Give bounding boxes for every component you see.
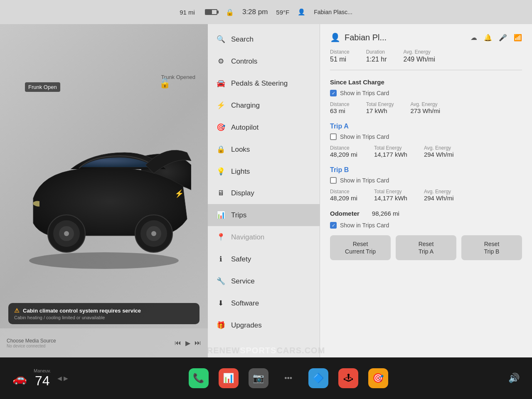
odometer-checkbox[interactable]: ✓ [330, 222, 337, 229]
battery-icon [205, 9, 217, 15]
safety-icon: ℹ [216, 255, 225, 264]
trip-b-show-trips[interactable]: Show in Trips Card [330, 177, 522, 184]
phone-icon-button[interactable]: 📞 [189, 368, 209, 388]
since-last-charge-data: Distance 63 mi Total Energy 17 kWh Avg. … [330, 101, 522, 114]
media-source: Choose Media Source [7, 338, 56, 344]
taskbar: 🚗 Maneuv. 74 ◀ ▶ 📞 📊 📷 ••• 🔷 🕹 🎯 🔊 [0, 357, 532, 399]
menu-item-charging[interactable]: ⚡ Charging [208, 94, 320, 116]
toys-icon-button[interactable]: 🎯 [368, 368, 388, 388]
bluetooth-icon-button[interactable]: 🔷 [308, 368, 328, 388]
trip-stat-energy: Avg. Energy 249 Wh/mi [404, 49, 435, 63]
warning-icon: ⚠ [14, 307, 20, 314]
trips-icon: 📊 [216, 211, 225, 219]
cloud-icon: ☁ [470, 34, 477, 42]
svg-point-8 [151, 231, 156, 236]
menu-item-upgrades[interactable]: 🎁 Upgrades [208, 314, 320, 336]
svg-point-4 [64, 231, 69, 236]
gamepad-icon-button[interactable]: 🕹 [338, 368, 358, 388]
menu-item-pedals[interactable]: 🚘 Pedals & Steering [208, 72, 320, 94]
autopilot-icon: 🎯 [216, 123, 225, 132]
trip-a-distance: Distance 48,209 mi [330, 145, 357, 158]
signal-icon: 📶 [514, 34, 522, 42]
trip-b-section: Trip B Show in Trips Card Distance 48,20… [330, 166, 522, 202]
slc-total-energy: Total Energy 17 kWh [366, 101, 394, 114]
taskbar-left: 🚗 Maneuv. 74 ◀ ▶ [12, 368, 68, 389]
car-visualization: ⚡ [17, 123, 191, 273]
menu-item-controls[interactable]: ⚙ Controls [208, 50, 320, 72]
charging-icon: ⚡ [216, 101, 225, 110]
trips-panel: 👤 Fabian Pl... ☁ 🔔 🎤 📶 Distance 51 mi Du… [320, 24, 532, 357]
trip-stat-distance: Distance 51 mi [330, 49, 350, 63]
trips-user: 👤 Fabian Pl... [330, 32, 387, 42]
lights-icon: 💡 [216, 167, 225, 176]
volume-icon[interactable]: 🔊 [508, 373, 520, 384]
since-last-charge-checkbox[interactable]: ✓ [330, 90, 337, 96]
search-icon: 🔍 [216, 35, 225, 44]
watermark-highlight: SPORTS [240, 346, 276, 355]
trips-header: 👤 Fabian Pl... ☁ 🔔 🎤 📶 [330, 32, 522, 42]
trip-b-avg-energy: Avg. Energy 294 Wh/mi [424, 189, 454, 202]
range-display: 91 mi [180, 9, 195, 16]
lock-indicator: 🔓 [159, 78, 170, 89]
controls-icon: ⚙ [216, 57, 225, 66]
camera-icon-button[interactable]: 📷 [249, 368, 268, 388]
trips-username: Fabian Pl... [345, 33, 387, 42]
more-icon-button[interactable]: ••• [278, 368, 298, 388]
reset-current-trip-button[interactable]: ResetCurrent Trip [330, 235, 391, 260]
menu-panel: 🔍 Search ⚙ Controls 🚘 Pedals & Steering … [208, 24, 320, 357]
watermark: RENEWSPORTSCARS.COM [0, 346, 532, 355]
since-last-charge-title: Since Last Charge [330, 79, 522, 86]
mic-icon[interactable]: 🎤 [499, 34, 507, 42]
frunk-label: Frunk Open [25, 82, 60, 92]
trip-a-section: Trip A Show in Trips Card Distance 48,20… [330, 123, 522, 158]
service-icon: 🔧 [216, 277, 225, 286]
svg-point-0 [29, 252, 179, 269]
since-last-charge-section: Since Last Charge ✓ Show in Trips Card D… [330, 79, 522, 114]
menu-item-trips[interactable]: 📊 Trips [208, 204, 320, 226]
display-icon: 🖥 [216, 189, 225, 197]
trip-b-data: Distance 48,209 mi Total Energy 14,177 k… [330, 189, 522, 202]
odometer-show-trips[interactable]: ✓ Show in Trips Card [330, 222, 522, 229]
menu-item-lights[interactable]: 💡 Lights [208, 160, 320, 182]
trip-stat-duration: Duration 1:21 hr [366, 49, 387, 63]
pedals-icon: 🚘 [216, 79, 225, 88]
trip-a-data: Distance 48,209 mi Total Energy 14,177 k… [330, 145, 522, 158]
user-icon: 👤 [298, 8, 305, 16]
time-display: 3:28 pm [242, 8, 268, 16]
reset-trip-b-button[interactable]: ResetTrip B [461, 235, 522, 260]
trip-a-checkbox[interactable] [330, 133, 337, 140]
music-icon-button[interactable]: 📊 [219, 368, 239, 388]
menu-item-display[interactable]: 🖥 Display [208, 182, 320, 204]
speed-label: Maneuv. [34, 368, 51, 373]
trip-a-show-trips[interactable]: Show in Trips Card [330, 133, 522, 140]
trip-b-checkbox[interactable] [330, 177, 337, 184]
menu-item-search[interactable]: 🔍 Search [208, 28, 320, 50]
looks-icon: 🔒 [216, 145, 225, 154]
slc-distance: Distance 63 mi [330, 101, 350, 114]
reset-trip-a-button[interactable]: ResetTrip A [396, 235, 456, 260]
menu-item-service[interactable]: 🔧 Service [208, 270, 320, 292]
alert-bar: ⚠ Cabin climate control system requires … [8, 303, 200, 324]
odometer-label: Odometer [330, 210, 360, 217]
temp-display: 59°F [276, 9, 289, 16]
menu-item-navigation[interactable]: 📍 Navigation [208, 226, 320, 248]
lock-icon: 🔒 [226, 8, 234, 16]
menu-item-safety[interactable]: ℹ Safety [208, 248, 320, 270]
main-content: ⚡ Frunk Open Trunk Opened 🔓 ⚠ Cabin clim… [0, 24, 532, 357]
menu-item-software[interactable]: ⬇ Software [208, 292, 320, 314]
upgrades-icon: 🎁 [216, 321, 225, 330]
car-taskbar-icon[interactable]: 🚗 [12, 372, 27, 385]
since-last-charge-show-trips[interactable]: ✓ Show in Trips Card [330, 90, 522, 96]
navigation-icon: 📍 [216, 233, 225, 241]
recent-trip-stats: Distance 51 mi Duration 1:21 hr Avg. Ene… [330, 49, 522, 70]
menu-item-looks[interactable]: 🔒 Looks [208, 138, 320, 160]
speed-display: Maneuv. 74 [34, 368, 51, 389]
speed-value: 74 [34, 373, 51, 389]
alert-subtitle: Cabin heating / cooling limited or unava… [14, 315, 194, 320]
watermark-prefix: RENEW [207, 346, 240, 355]
taskbar-center: 📞 📊 📷 ••• 🔷 🕹 🎯 [189, 368, 388, 388]
car-panel: ⚡ Frunk Open Trunk Opened 🔓 ⚠ Cabin clim… [0, 24, 208, 357]
bell-icon[interactable]: 🔔 [484, 34, 492, 42]
menu-item-autopilot[interactable]: 🎯 Autopilot [208, 116, 320, 138]
svg-text:⚡: ⚡ [175, 189, 184, 198]
